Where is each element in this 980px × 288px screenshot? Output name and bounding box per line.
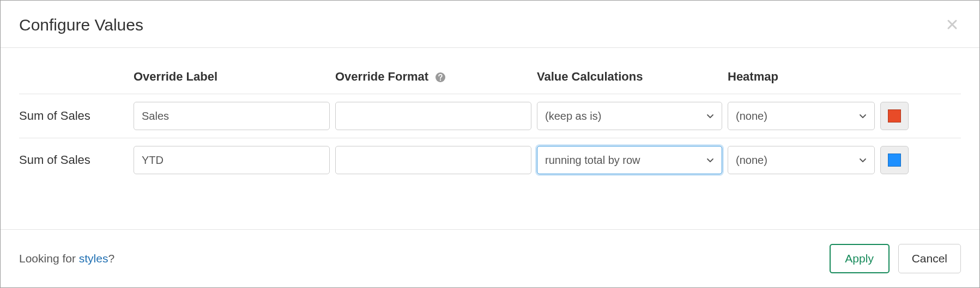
color-swatch-icon [888,154,901,167]
value-calculations-value: (keep as is) [545,110,601,122]
color-swatch-icon [888,109,901,122]
values-table: Override Label Override Format Value Cal… [19,60,961,182]
close-icon[interactable] [943,17,961,33]
svg-point-1 [440,79,441,81]
footer-buttons: Apply Cancel [830,244,961,273]
override-label-input[interactable] [134,102,330,130]
value-calculations-value: running total by row [545,154,640,167]
column-header-override-format: Override Format [335,60,537,94]
heatmap-color-button[interactable] [880,146,909,174]
footer-hint: Looking for styles? [19,252,114,265]
configure-values-dialog: Configure Values Override Label Override… [0,0,980,288]
dialog-footer: Looking for styles? Apply Cancel [1,229,979,287]
dialog-title: Configure Values [19,16,143,34]
override-format-input[interactable] [335,146,531,174]
column-header-override-label: Override Label [134,60,335,94]
column-header-heatmap: Heatmap [728,60,961,94]
dialog-body: Override Label Override Format Value Cal… [1,48,979,229]
heatmap-value: (none) [736,154,767,167]
heatmap-value: (none) [736,110,767,122]
column-header-override-format-text: Override Format [335,70,428,83]
styles-link[interactable]: styles [79,252,108,265]
value-calculations-select[interactable]: (keep as is) [537,102,722,130]
override-label-input[interactable] [134,146,330,174]
override-format-input[interactable] [335,102,531,130]
help-icon[interactable] [435,72,446,83]
footer-hint-suffix: ? [108,252,114,265]
row-name: Sum of Sales [19,138,134,182]
column-header-value-calculations: Value Calculations [537,60,728,94]
footer-hint-prefix: Looking for [19,252,79,265]
table-row: Sum of Sales (keep as is) [19,94,961,138]
row-name: Sum of Sales [19,94,134,138]
table-row: Sum of Sales running total by row [19,138,961,182]
heatmap-select[interactable]: (none) [728,102,875,130]
heatmap-select[interactable]: (none) [728,146,875,174]
column-header-name [19,60,134,94]
dialog-header: Configure Values [1,1,979,48]
apply-button[interactable]: Apply [830,244,890,273]
cancel-button[interactable]: Cancel [898,244,961,273]
value-calculations-select[interactable]: running total by row [537,146,722,174]
heatmap-color-button[interactable] [880,102,909,130]
